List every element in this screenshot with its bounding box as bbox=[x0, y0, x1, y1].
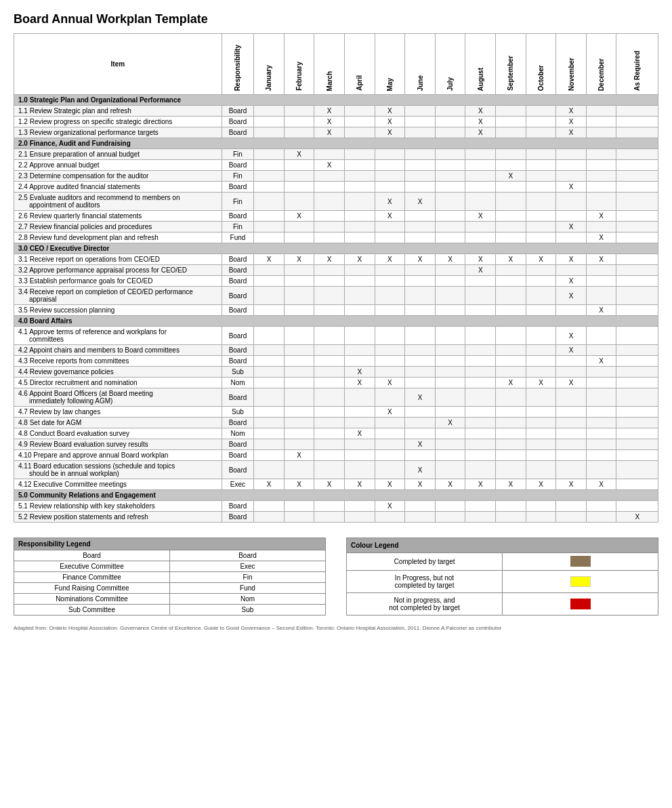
month-cell bbox=[314, 418, 345, 428]
month-cell bbox=[435, 439, 465, 450]
legend-row: Executive CommitteeExec bbox=[14, 561, 326, 572]
month-cell bbox=[254, 461, 285, 479]
month-cell bbox=[345, 388, 375, 407]
resp-cell: Fin bbox=[222, 222, 253, 233]
month-cell bbox=[435, 367, 465, 378]
month-cell bbox=[375, 450, 405, 461]
table-row: 5.2 Review position statements and refre… bbox=[14, 512, 658, 523]
month-cell bbox=[496, 356, 526, 367]
table-row: 4.6 Appoint Board Officers (at Board mee… bbox=[14, 388, 658, 407]
month-cell bbox=[345, 117, 375, 127]
month-cell bbox=[254, 211, 285, 222]
table-row: 1.2 Review progress on specific strategi… bbox=[14, 117, 658, 127]
resp-cell: Board bbox=[222, 287, 253, 305]
month-cell bbox=[586, 276, 616, 287]
table-row: 3.2 Approve performance appraisal proces… bbox=[14, 265, 658, 276]
legend-section: Responsibility Legend BoardBoard Executi… bbox=[14, 538, 658, 615]
month-cell bbox=[435, 160, 465, 171]
as-required-cell bbox=[616, 254, 658, 265]
month-cell: X bbox=[586, 211, 616, 222]
item-cell: 4.12 Executive Committee meetings bbox=[14, 479, 222, 490]
month-cell bbox=[254, 233, 285, 243]
legend-code: Exec bbox=[170, 561, 326, 572]
col-jan-header: January bbox=[265, 65, 272, 91]
as-required-cell bbox=[616, 327, 658, 345]
month-cell bbox=[465, 287, 496, 305]
item-cell: 4.5 Director recruitment and nomination bbox=[14, 378, 222, 388]
item-cell: 2.1 Ensure preparation of annual budget bbox=[14, 149, 222, 160]
month-cell bbox=[465, 388, 496, 407]
month-cell: X bbox=[405, 193, 436, 211]
item-cell: 2.8 Review fund development plan and ref… bbox=[14, 233, 222, 243]
month-cell bbox=[345, 149, 375, 160]
month-cell bbox=[465, 439, 496, 450]
month-cell bbox=[254, 439, 285, 450]
month-cell bbox=[375, 428, 405, 439]
month-cell bbox=[465, 233, 496, 243]
month-cell bbox=[314, 367, 345, 378]
month-cell bbox=[526, 327, 556, 345]
month-cell: X bbox=[375, 106, 405, 117]
month-cell: X bbox=[314, 127, 345, 138]
table-row: 4.8 Conduct Board evaluation surveyNomX bbox=[14, 428, 658, 439]
month-cell: X bbox=[284, 149, 314, 160]
colour-legend-title: Colour Legend bbox=[347, 538, 658, 553]
colour-legend-table: Colour Legend Completed by target In Pro… bbox=[346, 538, 658, 615]
month-cell bbox=[556, 233, 587, 243]
month-cell bbox=[586, 501, 616, 512]
month-cell bbox=[254, 222, 285, 233]
month-cell: X bbox=[284, 254, 314, 265]
item-cell: 4.1 Approve terms of reference and workp… bbox=[14, 327, 222, 345]
month-cell: X bbox=[405, 461, 436, 479]
month-cell bbox=[526, 171, 556, 182]
month-cell bbox=[586, 160, 616, 171]
month-cell bbox=[556, 418, 587, 428]
month-cell bbox=[465, 367, 496, 378]
month-cell bbox=[254, 265, 285, 276]
table-row: 1.3 Review organizational performance ta… bbox=[14, 127, 658, 138]
month-cell bbox=[465, 327, 496, 345]
month-cell: X bbox=[375, 501, 405, 512]
as-required-cell bbox=[616, 276, 658, 287]
as-required-cell bbox=[616, 193, 658, 211]
month-cell: X bbox=[556, 276, 587, 287]
month-cell bbox=[496, 193, 526, 211]
month-cell bbox=[435, 193, 465, 211]
as-required-cell bbox=[616, 501, 658, 512]
month-cell bbox=[375, 287, 405, 305]
month-cell bbox=[345, 171, 375, 182]
month-cell bbox=[496, 149, 526, 160]
item-cell: 4.10 Prepare and approve annual Board wo… bbox=[14, 450, 222, 461]
month-cell bbox=[405, 233, 436, 243]
footer-text: Adapted from: Ontario Hospital Associati… bbox=[14, 625, 658, 631]
month-cell bbox=[586, 127, 616, 138]
month-cell bbox=[254, 512, 285, 523]
table-row: 4.10 Prepare and approve annual Board wo… bbox=[14, 450, 658, 461]
month-cell bbox=[375, 171, 405, 182]
month-cell bbox=[496, 428, 526, 439]
item-cell: 2.7 Review financial policies and proced… bbox=[14, 222, 222, 233]
month-cell bbox=[405, 106, 436, 117]
month-cell bbox=[465, 428, 496, 439]
month-cell bbox=[314, 450, 345, 461]
month-cell bbox=[526, 117, 556, 127]
section-header-row: 4.0 Board Affairs bbox=[14, 316, 658, 327]
month-cell: X bbox=[375, 479, 405, 490]
month-cell bbox=[496, 439, 526, 450]
item-cell: 1.3 Review organizational performance ta… bbox=[14, 127, 222, 138]
resp-cell: Board bbox=[222, 512, 253, 523]
month-cell bbox=[465, 182, 496, 193]
month-cell bbox=[375, 149, 405, 160]
month-cell bbox=[284, 327, 314, 345]
table-row: 5.1 Review relationship with key stakeho… bbox=[14, 501, 658, 512]
month-cell bbox=[435, 501, 465, 512]
month-cell: X bbox=[586, 479, 616, 490]
month-cell bbox=[435, 171, 465, 182]
month-cell: X bbox=[586, 356, 616, 367]
table-row: 3.1 Receive report on operations from CE… bbox=[14, 254, 658, 265]
month-cell bbox=[375, 276, 405, 287]
month-cell bbox=[496, 182, 526, 193]
month-cell bbox=[284, 182, 314, 193]
month-cell bbox=[405, 160, 436, 171]
month-cell bbox=[314, 233, 345, 243]
